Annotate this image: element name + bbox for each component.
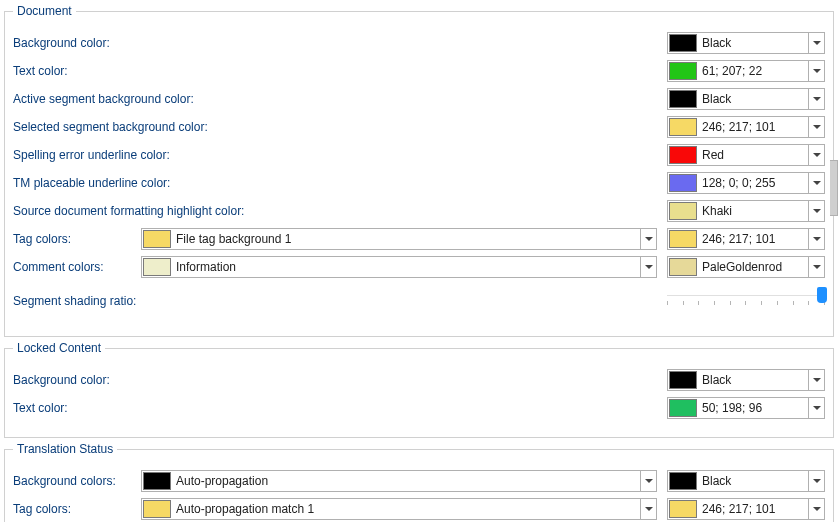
selected-bg-value: 246; 217; 101 [700,117,808,137]
active-bg-picker[interactable]: Black [667,88,825,110]
ts-tag-combo-text: Auto-propagation match 1 [174,499,640,519]
spell-err-label: Spelling error underline color: [13,148,170,162]
text-color-swatch [669,62,697,80]
bg-color-value: Black [700,33,808,53]
src-fmt-swatch [669,202,697,220]
locked-content-group: Locked Content Background color: Black T… [4,341,834,438]
selected-bg-drop[interactable] [808,117,824,137]
tag-colors-picker[interactable]: 246; 217; 101 [667,228,825,250]
ts-bg-value: Black [700,471,808,491]
bg-color-label: Background color: [13,36,110,50]
src-fmt-label: Source document formatting highlight col… [13,204,244,218]
ts-tag-combo[interactable]: Auto-propagation match 1 [141,498,657,520]
tag-colors-combo-drop[interactable] [640,229,656,249]
comment-colors-value: PaleGoldenrod [700,257,808,277]
ts-bg-combo-drop[interactable] [640,471,656,491]
ts-tag-picker[interactable]: 246; 217; 101 [667,498,825,520]
ts-tag-combo-swatch [143,500,171,518]
ts-tag-swatch [669,500,697,518]
active-bg-swatch [669,90,697,108]
locked-text-value: 50; 198; 96 [700,398,808,418]
locked-text-swatch [669,399,697,417]
translation-status-group: Translation Status Background colors: Au… [4,442,834,522]
comment-colors-label: Comment colors: [13,260,133,274]
seg-shade-label: Segment shading ratio: [13,294,136,308]
ts-tag-colors-label: Tag colors: [13,502,133,516]
tag-colors-combo-swatch [143,230,171,248]
selected-bg-swatch [669,118,697,136]
locked-text-label: Text color: [13,401,68,415]
document-legend: Document [13,4,76,18]
tm-place-picker[interactable]: 128; 0; 0; 255 [667,172,825,194]
slider-track [667,295,825,296]
tag-colors-drop[interactable] [808,229,824,249]
document-group: Document Background color: Black Text co… [4,4,834,337]
selected-bg-label: Selected segment background color: [13,120,208,134]
comment-colors-picker[interactable]: PaleGoldenrod [667,256,825,278]
tag-colors-combo[interactable]: File tag background 1 [141,228,657,250]
text-color-drop[interactable] [808,61,824,81]
bg-color-picker[interactable]: Black [667,32,825,54]
selected-bg-picker[interactable]: 246; 217; 101 [667,116,825,138]
scrollbar-thumb[interactable] [830,160,838,216]
tag-colors-combo-text: File tag background 1 [174,229,640,249]
locked-legend: Locked Content [13,341,105,355]
ts-bg-combo-text: Auto-propagation [174,471,640,491]
comment-colors-drop[interactable] [808,257,824,277]
tag-colors-value: 246; 217; 101 [700,229,808,249]
comment-colors-combo-swatch [143,258,171,276]
text-color-picker[interactable]: 61; 207; 22 [667,60,825,82]
text-color-value: 61; 207; 22 [700,61,808,81]
ts-bg-picker[interactable]: Black [667,470,825,492]
ts-bg-combo[interactable]: Auto-propagation [141,470,657,492]
bg-color-swatch [669,34,697,52]
comment-colors-combo[interactable]: Information [141,256,657,278]
comment-colors-combo-drop[interactable] [640,257,656,277]
active-bg-label: Active segment background color: [13,92,194,106]
spell-err-drop[interactable] [808,145,824,165]
spell-err-value: Red [700,145,808,165]
slider-ticks [667,301,825,305]
tag-colors-label: Tag colors: [13,232,133,246]
trans-status-legend: Translation Status [13,442,117,456]
locked-text-drop[interactable] [808,398,824,418]
ts-tag-drop[interactable] [808,499,824,519]
tag-colors-swatch [669,230,697,248]
tm-place-drop[interactable] [808,173,824,193]
src-fmt-drop[interactable] [808,201,824,221]
locked-bg-swatch [669,371,697,389]
spell-err-swatch [669,146,697,164]
locked-bg-picker[interactable]: Black [667,369,825,391]
ts-bg-combo-swatch [143,472,171,490]
spell-err-picker[interactable]: Red [667,144,825,166]
tm-place-label: TM placeable underline color: [13,176,170,190]
slider-thumb[interactable] [817,287,827,303]
locked-bg-value: Black [700,370,808,390]
ts-bg-swatch [669,472,697,490]
comment-colors-combo-text: Information [174,257,640,277]
locked-bg-drop[interactable] [808,370,824,390]
seg-shade-slider[interactable] [667,287,825,315]
tm-place-value: 128; 0; 0; 255 [700,173,808,193]
bg-color-drop[interactable] [808,33,824,53]
src-fmt-picker[interactable]: Khaki [667,200,825,222]
comment-colors-swatch [669,258,697,276]
active-bg-drop[interactable] [808,89,824,109]
ts-bg-drop[interactable] [808,471,824,491]
ts-tag-combo-drop[interactable] [640,499,656,519]
ts-bg-colors-label: Background colors: [13,474,133,488]
locked-text-picker[interactable]: 50; 198; 96 [667,397,825,419]
src-fmt-value: Khaki [700,201,808,221]
active-bg-value: Black [700,89,808,109]
text-color-label: Text color: [13,64,68,78]
tm-place-swatch [669,174,697,192]
locked-bg-label: Background color: [13,373,110,387]
ts-tag-value: 246; 217; 101 [700,499,808,519]
